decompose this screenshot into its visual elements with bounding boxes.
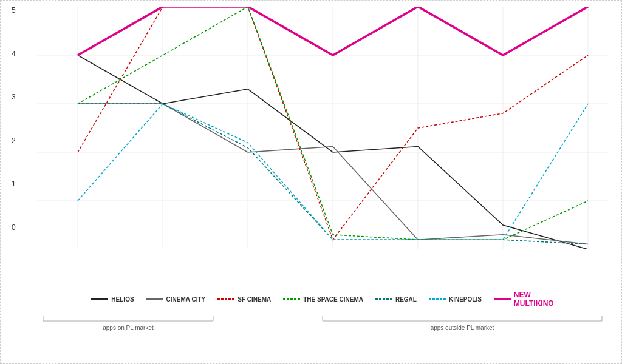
- kinepolis-legend-icon: [429, 297, 446, 302]
- legend-cinema-city-label: CINEMA CITY: [166, 296, 206, 303]
- legend-regal-label: REGAL: [395, 296, 417, 303]
- y-axis-labels: 5 4 3 2 1 0: [12, 7, 16, 231]
- y-label-1: 1: [12, 180, 16, 187]
- pl-market-group: apps on PL market: [37, 312, 219, 331]
- legend-helios-label: HELIOS: [111, 296, 134, 303]
- cinema-city-legend-icon: [146, 297, 163, 302]
- helios-legend-icon: [91, 297, 108, 302]
- legend-sf-cinema-label: SF CINEMA: [238, 296, 271, 303]
- space-cinema-legend-icon: [283, 297, 300, 302]
- legend-helios: HELIOS: [91, 296, 134, 303]
- sf-cinema-legend-icon: [217, 297, 234, 302]
- legend-space-cinema: THE SPACE CINEMA: [283, 296, 363, 303]
- y-label-2: 2: [12, 137, 16, 144]
- market-brackets-container: apps on PL market apps outside PL market: [37, 312, 608, 331]
- y-label-3: 3: [12, 93, 16, 101]
- legend-new-multikino-label: NEWMULTIKINO: [514, 291, 554, 308]
- y-label-0: 0: [12, 224, 16, 231]
- legend-sf-cinema: SF CINEMA: [217, 296, 271, 303]
- y-label-4: 4: [12, 50, 16, 58]
- legend-cinema-city: CINEMA CITY: [146, 296, 206, 303]
- legend-kinepolis-label: KINEPOLIS: [449, 296, 482, 303]
- legend-area: HELIOS CINEMA CITY SF CINEMA THE SPACE C…: [37, 291, 608, 331]
- legend-regal: REGAL: [375, 296, 417, 303]
- outside-pl-market-group: apps outside PL market: [316, 312, 608, 331]
- bracket-spacer: [219, 312, 316, 331]
- legend-space-cinema-label: THE SPACE CINEMA: [303, 296, 363, 303]
- chart-container: 5 4 3 2 1 0: [1, 1, 622, 364]
- new-multikino-legend-icon: [494, 297, 511, 302]
- y-label-5: 5: [12, 7, 16, 14]
- line-chart: I want to know the repertoire easily I w…: [37, 7, 608, 249]
- pl-market-label: apps on PL market: [37, 325, 219, 331]
- legend-kinepolis: KINEPOLIS: [429, 296, 482, 303]
- legend-new-multikino: NEWMULTIKINO: [494, 291, 554, 308]
- legend-row: HELIOS CINEMA CITY SF CINEMA THE SPACE C…: [37, 291, 608, 308]
- regal-legend-icon: [375, 297, 392, 302]
- outside-market-label: apps outside PL market: [316, 325, 608, 331]
- pl-market-bracket-svg: [37, 312, 219, 325]
- outside-market-bracket-svg: [316, 312, 608, 325]
